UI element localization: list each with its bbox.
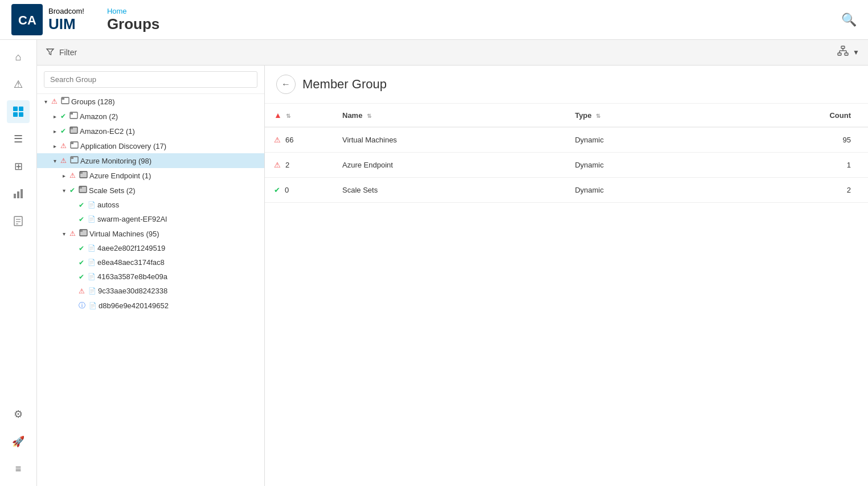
brand-name: Broadcom! [48, 7, 84, 15]
svg-rect-24 [70, 127, 73, 129]
svg-rect-3 [13, 112, 18, 117]
leaf-icon-vm3: 📄 [88, 273, 96, 280]
row-num-2: 0 [285, 186, 289, 194]
split-pane: ▾⚠Groups (128)▸✔Amazon (2)▸✔Amazon-EC2 (… [37, 66, 868, 486]
alert-icon[interactable]: ⚠ [7, 73, 30, 96]
search-input[interactable] [44, 71, 257, 88]
status-groups: ⚠ [51, 97, 58, 105]
table-row[interactable]: ✔0Scale SetsDynamic2 [265, 178, 868, 203]
cell-count-0: 95 [716, 127, 868, 153]
cell-type-0: Dynamic [566, 127, 716, 153]
tree-item-vm2[interactable]: ✔📄e8ea48aec3174fac8 [37, 255, 264, 269]
report-icon[interactable] [7, 210, 30, 232]
tree-label-app-discovery: Application Discovery (17) [80, 142, 166, 150]
svg-rect-1 [13, 107, 18, 111]
cell-status-1: ⚠2 [265, 153, 333, 178]
tree-item-groups[interactable]: ▾⚠Groups (128) [37, 94, 264, 109]
toggle-amazon[interactable]: ▸ [51, 112, 59, 120]
member-group-table: ▲ ⇅ Name ⇅ Type ⇅ [265, 104, 868, 203]
groups-icon[interactable] [7, 100, 30, 123]
breadcrumb-home-link[interactable]: Home [107, 7, 159, 15]
status-vm4: ⚠ [79, 287, 85, 295]
cell-name-0: Virtual Machines [333, 127, 566, 153]
svg-rect-20 [62, 97, 64, 100]
svg-rect-32 [79, 186, 82, 189]
status-vm1: ✔ [79, 244, 84, 252]
tree-item-autoss[interactable]: ✔📄autoss [37, 198, 264, 212]
tree-item-vm3[interactable]: ✔📄4163a3587e8b4e09a [37, 269, 264, 284]
col-count[interactable]: Count [716, 104, 868, 127]
header-search-button[interactable]: 🔍 [841, 13, 857, 27]
tree-panel: ▾⚠Groups (128)▸✔Amazon (2)▸✔Amazon-EC2 (… [37, 66, 265, 486]
tree-scroll[interactable]: ▾⚠Groups (128)▸✔Amazon (2)▸✔Amazon-EC2 (… [37, 94, 264, 486]
group-dark-icon-vms [79, 229, 88, 238]
detail-title: Member Group [302, 77, 387, 92]
tree-item-vm4[interactable]: ⚠📄9c33aae30d8242338 [37, 284, 264, 298]
table-header-row: ▲ ⇅ Name ⇅ Type ⇅ [265, 104, 868, 127]
tree-item-vm1[interactable]: ✔📄4aee2e802f1249519 [37, 241, 264, 255]
tree-label-autoss: autoss [97, 201, 119, 209]
toggle-vm2[interactable] [69, 259, 77, 267]
leaf-icon-vm2: 📄 [88, 259, 96, 266]
hierarchy-icon[interactable] [837, 45, 849, 60]
tree-item-swarm-agent[interactable]: ✔📄swarm-agent-EF92Al [37, 212, 264, 226]
status-autoss: ✔ [79, 201, 84, 209]
row-num-0: 66 [285, 136, 293, 144]
col-type[interactable]: Type ⇅ [566, 104, 716, 127]
home-icon[interactable]: ⌂ [7, 46, 30, 68]
toggle-groups[interactable]: ▾ [42, 97, 50, 105]
toggle-swarm-agent[interactable] [69, 215, 77, 223]
settings-icon[interactable]: ⚙ [7, 403, 30, 426]
toggle-vm5[interactable] [69, 302, 77, 310]
brand-text: Broadcom! UIM [48, 7, 84, 33]
tree-label-scale-sets: Scale Sets (2) [89, 186, 136, 195]
back-button[interactable]: ← [276, 75, 296, 94]
tree-item-app-discovery[interactable]: ▸⚠Application Discovery (17) [37, 138, 264, 153]
tree-item-scale-sets[interactable]: ▾✔Scale Sets (2) [37, 183, 264, 198]
tree-item-azure-monitoring[interactable]: ▾⚠Azure Monitoring (98) [37, 153, 264, 168]
toggle-amazon-ec2[interactable]: ▸ [51, 127, 59, 135]
toggle-vms[interactable]: ▾ [60, 230, 68, 238]
layout-dropdown-icon[interactable]: ▼ [853, 48, 859, 56]
toggle-autoss[interactable] [69, 201, 77, 209]
status-azure-monitoring: ⚠ [60, 157, 67, 165]
status-vms: ⚠ [69, 230, 76, 238]
svg-rect-14 [845, 53, 848, 55]
cell-count-1: 1 [716, 153, 868, 178]
tree-item-amazon-ec2[interactable]: ▸✔Amazon-EC2 (1) [37, 124, 264, 138]
toggle-vm4[interactable] [69, 287, 77, 295]
main-layout: ⌂ ⚠ ☰ ⊞ ⚙ 🚀 ≡ Filter [0, 40, 868, 486]
table-row[interactable]: ⚠2Azure EndpointDynamic1 [265, 153, 868, 178]
table-row[interactable]: ⚠66Virtual MachinesDynamic95 [265, 127, 868, 153]
toggle-app-discovery[interactable]: ▸ [51, 142, 59, 150]
group-icon-app-discovery [70, 141, 79, 150]
bar-chart-icon[interactable] [7, 182, 30, 205]
tree-item-vm5[interactable]: ⓘ📄d8b96e9e420149652 [37, 298, 264, 313]
tree-item-azure-endpoint[interactable]: ▸⚠Azure Endpoint (1) [37, 168, 264, 183]
tree-item-amazon[interactable]: ▸✔Amazon (2) [37, 109, 264, 124]
tree-label-vm1: 4aee2e802f1249519 [97, 244, 165, 252]
toggle-azure-monitoring[interactable]: ▾ [51, 157, 59, 165]
toggle-vm1[interactable] [69, 244, 77, 252]
toggle-scale-sets[interactable]: ▾ [60, 186, 68, 194]
cell-type-2: Dynamic [566, 178, 716, 203]
svg-rect-13 [838, 53, 841, 55]
toggle-azure-endpoint[interactable]: ▸ [60, 171, 68, 179]
toggle-vm3[interactable] [69, 273, 77, 281]
group-icon-azure-monitoring [70, 156, 79, 165]
brand-logo-box: CA [11, 4, 43, 35]
leaf-icon-swarm-agent: 📄 [88, 215, 96, 223]
tree-item-vms[interactable]: ▾⚠Virtual Machines (95) [37, 226, 264, 241]
col-name[interactable]: Name ⇅ [333, 104, 566, 127]
group-icon-groups [61, 97, 69, 106]
left-nav: ⌂ ⚠ ☰ ⊞ ⚙ 🚀 ≡ [0, 40, 37, 486]
svg-rect-6 [17, 191, 19, 198]
menu-bottom-icon[interactable]: ≡ [7, 458, 30, 480]
rocket-icon[interactable]: 🚀 [7, 430, 30, 453]
cell-count-2: 2 [716, 178, 868, 203]
list-icon[interactable]: ☰ [7, 128, 30, 150]
cell-name-2: Scale Sets [333, 178, 566, 203]
dashboard-icon[interactable]: ⊞ [7, 155, 30, 178]
col-status[interactable]: ▲ ⇅ [265, 104, 333, 127]
detail-table: ▲ ⇅ Name ⇅ Type ⇅ [265, 104, 868, 486]
